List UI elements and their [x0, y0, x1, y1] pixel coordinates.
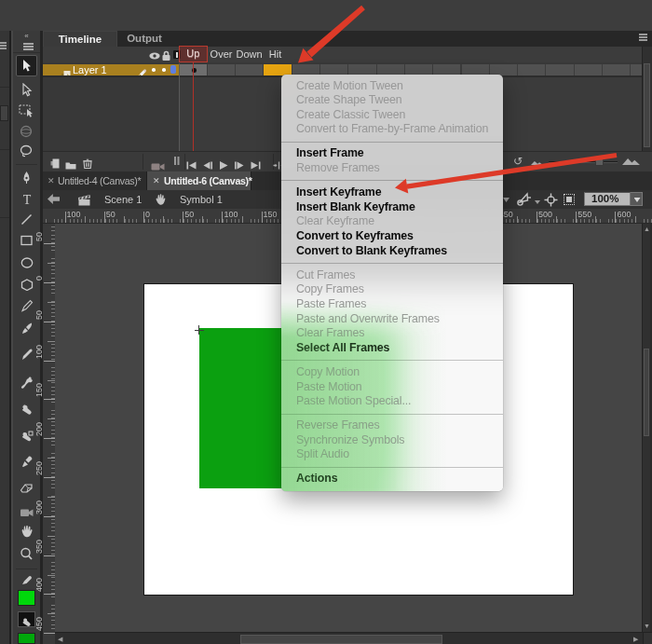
svg-text:T: T — [22, 193, 31, 205]
